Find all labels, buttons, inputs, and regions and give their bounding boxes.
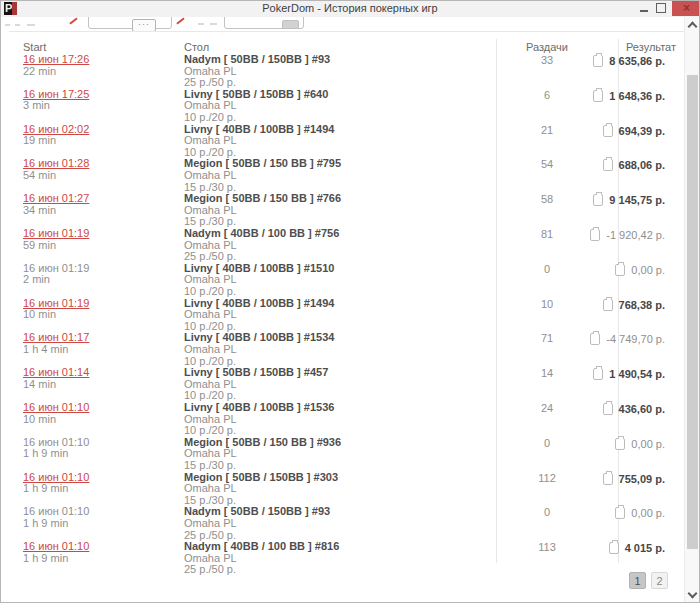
- clipped-label-fragment: [210, 23, 217, 25]
- stakes: 10 р./20 р.: [184, 285, 236, 297]
- stakes: 15 р./30 р.: [184, 494, 236, 506]
- table-cell: Nadym [ 40BB / 100 BB ] #756 Omaha PL 25…: [184, 228, 489, 263]
- clipboard-icon[interactable]: [603, 159, 613, 171]
- table-name: Megion [ 50BB / 150 BB ] #795: [184, 157, 341, 169]
- session-duration: 1 h 4 min: [23, 343, 68, 355]
- start-cell: 16 июн 01:19 2 min: [23, 263, 173, 286]
- scroll-down-icon[interactable]: [688, 589, 698, 599]
- clipboard-icon[interactable]: [603, 473, 613, 485]
- hands-count: 113: [501, 542, 593, 554]
- clipboard-icon[interactable]: [590, 333, 600, 345]
- minimize-icon: [640, 10, 648, 12]
- toolbar-divider: [9, 31, 684, 32]
- clipboard-icon[interactable]: [593, 368, 603, 380]
- table-cell: Nadym [ 50BB / 150BB ] #93 Omaha PL 25 р…: [184, 54, 489, 89]
- table-name: Nadym [ 50BB / 150BB ] #93: [184, 505, 330, 517]
- page-button-1[interactable]: 1: [629, 572, 646, 589]
- game-type: Omaha PL: [184, 343, 237, 355]
- scrollbar-thumb[interactable]: [687, 75, 698, 549]
- table-name: Livny [ 50BB / 150BB ] #640: [184, 88, 328, 100]
- date-clear-icon[interactable]: [69, 17, 77, 24]
- table-name: Livny [ 40BB / 100BB ] #1534: [184, 331, 334, 343]
- start-cell: 16 июн 01:28 54 min: [23, 158, 173, 181]
- table-name: Livny [ 40BB / 100BB ] #1510: [184, 262, 334, 274]
- hands-count: 33: [501, 55, 593, 67]
- clipboard-icon[interactable]: [603, 299, 613, 311]
- window-title: PokerDom - История покерных игр: [1, 1, 699, 16]
- table-name: Megion [ 50BB / 150 BB ] #936: [184, 436, 341, 448]
- hands-count: 0: [501, 264, 593, 276]
- table-name: Nadym [ 50BB / 150BB ] #93: [184, 53, 330, 65]
- table-row: 16 июн 01:10 10 min Livny [ 40BB / 100BB…: [1, 402, 684, 437]
- column-header-hands: Раздачи: [501, 41, 593, 53]
- clipboard-icon[interactable]: [603, 403, 613, 415]
- stakes: 25 р./50 р.: [184, 563, 236, 575]
- stakes: 15 р./30 р.: [184, 215, 236, 227]
- clipboard-icon[interactable]: [615, 438, 625, 450]
- clipboard-icon[interactable]: [615, 507, 625, 519]
- result-amount: 768,38 р.: [619, 299, 665, 311]
- result-amount: 694,39 р.: [619, 125, 665, 137]
- table-cell: Megion [ 50BB / 150BB ] #303 Omaha PL 15…: [184, 472, 489, 507]
- table-cell: Livny [ 40BB / 100BB ] #1494 Omaha PL 10…: [184, 124, 489, 159]
- start-cell: 16 июн 01:10 1 h 9 min: [23, 472, 173, 495]
- clipped-label-fragment: [27, 24, 35, 26]
- table-row: 16 июн 17:25 3 min Livny [ 50BB / 150BB …: [1, 89, 684, 124]
- start-cell: 16 июн 01:10 10 min: [23, 402, 173, 425]
- clipboard-icon[interactable]: [603, 125, 613, 137]
- table-row: 16 июн 01:19 2 min Livny [ 40BB / 100BB …: [1, 263, 684, 298]
- start-cell: 16 июн 01:10 1 h 9 min: [23, 506, 173, 529]
- start-cell: 16 июн 01:19 59 min: [23, 228, 173, 251]
- stakes: 10 р./20 р.: [184, 424, 236, 436]
- hands-count: 71: [501, 333, 593, 345]
- clipboard-icon[interactable]: [590, 229, 600, 241]
- filter-toolbar: ···: [1, 17, 684, 31]
- clipped-label-fragment: [198, 23, 204, 25]
- table-cell: Livny [ 40BB / 100BB ] #1534 Omaha PL 10…: [184, 332, 489, 367]
- vertical-scrollbar[interactable]: [684, 17, 700, 603]
- scroll-up-icon[interactable]: [688, 22, 698, 32]
- table-row: 16 июн 01:10 1 h 9 min Nadym [ 50BB / 15…: [1, 506, 684, 541]
- calendar-icon[interactable]: [282, 20, 299, 29]
- hands-count: 14: [501, 368, 593, 380]
- table-cell: Livny [ 40BB / 100BB ] #1536 Omaha PL 10…: [184, 402, 489, 437]
- result-amount: 0,00 р.: [631, 438, 665, 450]
- result-cell: 755,09 р.: [603, 473, 665, 485]
- clipboard-icon[interactable]: [593, 194, 603, 206]
- table-cell: Livny [ 40BB / 100BB ] #1494 Omaha PL 10…: [184, 298, 489, 333]
- table-name: Livny [ 40BB / 100BB ] #1536: [184, 401, 334, 413]
- minimize-button[interactable]: [638, 4, 650, 14]
- close-button[interactable]: ×: [672, 1, 700, 16]
- result-cell: 4 015 р.: [609, 542, 665, 554]
- clipboard-icon[interactable]: [593, 90, 603, 102]
- result-amount: 436,60 р.: [619, 403, 665, 415]
- hands-count: 0: [501, 507, 593, 519]
- page-button-2[interactable]: 2: [651, 572, 668, 589]
- stakes: 15 р./30 р.: [184, 459, 236, 471]
- table-row: 16 июн 01:17 1 h 4 min Livny [ 40BB / 10…: [1, 332, 684, 367]
- result-cell: 1 490,54 р.: [593, 368, 665, 380]
- table-name: Nadym [ 40BB / 100 BB ] #756: [184, 227, 339, 239]
- start-cell: 16 июн 02:02 19 min: [23, 124, 173, 147]
- game-type: Omaha PL: [184, 134, 237, 146]
- table-name: Livny [ 50BB / 150BB ] #457: [184, 366, 328, 378]
- session-duration: 1 h 9 min: [23, 552, 68, 564]
- table-name: Megion [ 50BB / 150 BB ] #766: [184, 192, 341, 204]
- result-cell: -1 920,42 р.: [590, 229, 665, 241]
- game-type: Omaha PL: [184, 552, 237, 564]
- calendar-icon[interactable]: ···: [132, 19, 156, 31]
- stakes: 15 р./30 р.: [184, 181, 236, 193]
- date-clear-icon[interactable]: [176, 17, 184, 24]
- session-duration: 54 min: [23, 169, 56, 181]
- maximize-button[interactable]: [656, 3, 666, 13]
- stakes: 10 р./20 р.: [184, 146, 236, 158]
- start-cell: 16 июн 01:10 1 h 9 min: [23, 541, 173, 564]
- result-amount: 9 145,75 р.: [609, 194, 665, 206]
- date-from-input[interactable]: [88, 17, 172, 29]
- clipboard-icon[interactable]: [593, 55, 603, 67]
- start-cell: 16 июн 01:17 1 h 4 min: [23, 332, 173, 355]
- result-amount: -1 920,42 р.: [606, 229, 665, 241]
- clipboard-icon[interactable]: [615, 264, 625, 276]
- clipboard-icon[interactable]: [609, 542, 619, 554]
- table-row: 16 июн 01:27 34 min Megion [ 50BB / 150 …: [1, 193, 684, 228]
